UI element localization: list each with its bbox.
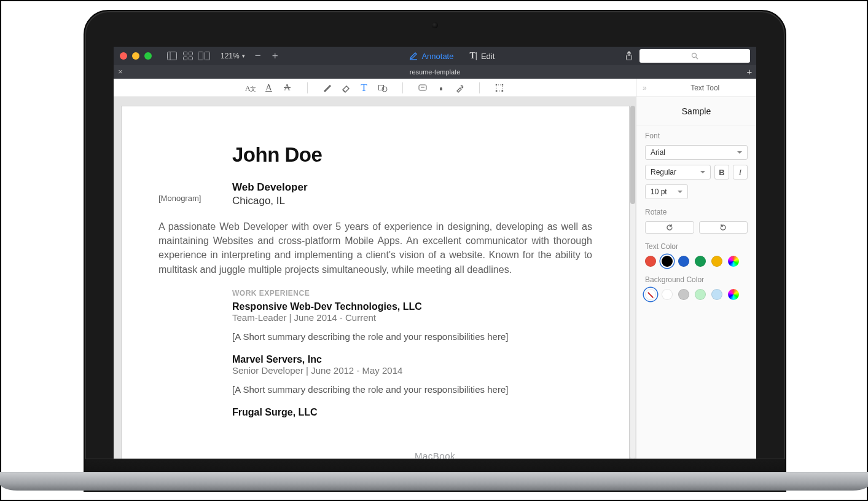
- bg-color-label: Background Color: [645, 275, 748, 284]
- editor-main: A文 A A T: [114, 79, 636, 459]
- properties-sidebar: » Text Tool Sample Font Arial Regular: [636, 79, 756, 459]
- font-label: Font: [645, 132, 748, 140]
- titlebar: 121% ▾ − + Annotate T| Edit: [114, 47, 756, 65]
- rotate-ccw-icon: [665, 224, 674, 231]
- zoom-value[interactable]: 121%: [221, 52, 240, 60]
- bg-color-swatch-white[interactable]: [662, 289, 673, 300]
- two-page-view-icon[interactable]: [197, 50, 211, 62]
- resume-role: Web Developer: [232, 181, 592, 194]
- new-tab-button[interactable]: +: [743, 66, 756, 78]
- svg-rect-5: [189, 57, 193, 60]
- collapse-sidebar-icon[interactable]: »: [643, 84, 647, 92]
- laptop-hinge: [85, 459, 785, 491]
- annotate-label: Annotate: [421, 52, 453, 61]
- job-company: Marvel Servers, Inc: [232, 354, 592, 365]
- svg-rect-23: [496, 85, 502, 91]
- rotate-cw-button[interactable]: [699, 221, 748, 234]
- zoom-in-button[interactable]: +: [268, 50, 282, 62]
- scrollbar-thumb[interactable]: [630, 106, 635, 204]
- document-title: resume-template: [410, 68, 461, 76]
- svg-line-11: [696, 57, 698, 59]
- svg-point-22: [501, 90, 503, 92]
- eyedropper-tool-icon[interactable]: [453, 82, 466, 94]
- pen-tool-icon[interactable]: [321, 82, 334, 94]
- resume-name: John Doe: [232, 143, 592, 167]
- sidebar-title: Text Tool: [690, 84, 719, 92]
- shape-tool-icon[interactable]: [377, 82, 389, 94]
- section-title: WORK EXPERIENCE: [232, 289, 592, 298]
- italic-button[interactable]: I: [733, 165, 748, 179]
- monogram-placeholder: [Monogram]: [158, 143, 232, 203]
- rotate-ccw-button[interactable]: [645, 221, 694, 234]
- svg-point-16: [382, 87, 387, 92]
- job-company: Frugal Surge, LLC: [232, 407, 592, 418]
- share-button[interactable]: [622, 50, 636, 62]
- stamp-tool-icon[interactable]: [435, 82, 447, 94]
- sample-preview: Sample: [636, 97, 756, 125]
- text-color-swatch-black[interactable]: [662, 256, 673, 267]
- text-color-swatch-rainbow[interactable]: [728, 256, 739, 267]
- svg-rect-2: [184, 52, 187, 55]
- svg-line-14: [343, 90, 345, 92]
- laptop-base: [0, 472, 868, 491]
- bold-button[interactable]: B: [714, 165, 729, 179]
- job-subtitle: Team-Leader | June 2014 - Current: [232, 312, 592, 323]
- svg-point-10: [692, 53, 697, 58]
- font-style-value: Regular: [651, 168, 676, 176]
- vertical-scrollbar[interactable]: [630, 106, 635, 459]
- bg-color-swatch-mint[interactable]: [695, 289, 706, 300]
- strikethrough-tool-icon[interactable]: A: [281, 82, 294, 94]
- search-input[interactable]: [639, 49, 750, 63]
- font-style-select[interactable]: Regular: [645, 165, 711, 179]
- text-color-swatch-red[interactable]: [645, 256, 656, 267]
- window-controls: [120, 52, 158, 60]
- job-company: Responsive Web-Dev Technologies, LLC: [232, 301, 592, 312]
- document-page[interactable]: [Monogram] John Doe Web Developer Chicag…: [121, 106, 630, 459]
- annotate-mode-button[interactable]: Annotate: [403, 52, 459, 61]
- font-family-value: Arial: [651, 148, 665, 157]
- bg-color-swatch-gray[interactable]: [678, 289, 689, 300]
- selection-tool-icon[interactable]: [493, 82, 506, 94]
- text-color-swatch-blue[interactable]: [678, 256, 689, 267]
- job-description: [A Short summary describing the role and…: [232, 384, 592, 395]
- zoom-out-button[interactable]: −: [251, 50, 265, 62]
- text-color-swatch-green[interactable]: [695, 256, 706, 267]
- text-tool-icon[interactable]: T: [358, 82, 370, 94]
- camera-icon: [432, 22, 438, 28]
- bg-color-swatch-none[interactable]: [645, 289, 656, 300]
- chevron-down-icon[interactable]: ▾: [242, 53, 245, 59]
- close-window-button[interactable]: [120, 52, 127, 60]
- font-size-value: 10 pt: [651, 187, 667, 196]
- bg-color-swatch-rainbow[interactable]: [728, 289, 739, 300]
- font-panel-icon[interactable]: A文: [244, 82, 257, 94]
- note-tool-icon[interactable]: [416, 82, 429, 94]
- text-color-swatch-yellow[interactable]: [711, 256, 722, 267]
- bg-color-swatch-lightblue[interactable]: [711, 289, 722, 300]
- job-subtitle: Senior Developer | June 2012 - May 2014: [232, 365, 592, 376]
- eraser-tool-icon[interactable]: [340, 82, 352, 94]
- pencil-icon: [409, 52, 418, 60]
- text-edit-icon: T|: [469, 51, 477, 61]
- edit-mode-button[interactable]: T| Edit: [463, 51, 501, 61]
- document-tabbar: × resume-template +: [114, 65, 756, 79]
- font-family-select[interactable]: Arial: [645, 145, 748, 160]
- svg-text:文: 文: [250, 85, 256, 92]
- svg-rect-7: [205, 52, 210, 60]
- edit-label: Edit: [481, 52, 495, 61]
- job-description: [A Short summary describing the role and…: [232, 331, 592, 342]
- svg-rect-4: [184, 57, 187, 60]
- rotate-label: Rotate: [645, 208, 748, 216]
- maximize-window-button[interactable]: [144, 52, 152, 60]
- underline-tool-icon[interactable]: A: [263, 82, 275, 94]
- laptop-frame: 121% ▾ − + Annotate T| Edit: [84, 10, 786, 492]
- text-color-label: Text Color: [645, 242, 748, 251]
- minimize-window-button[interactable]: [132, 52, 139, 60]
- sidebar-toggle-icon[interactable]: [165, 50, 179, 62]
- font-size-select[interactable]: 10 pt: [645, 184, 688, 199]
- svg-rect-6: [198, 52, 203, 60]
- thumbnail-view-icon[interactable]: [181, 50, 195, 62]
- annotation-toolbar: A文 A A T: [114, 79, 636, 97]
- resume-city: Chicago, IL: [232, 195, 592, 207]
- close-tab-button[interactable]: ×: [114, 65, 127, 79]
- svg-rect-0: [168, 52, 177, 60]
